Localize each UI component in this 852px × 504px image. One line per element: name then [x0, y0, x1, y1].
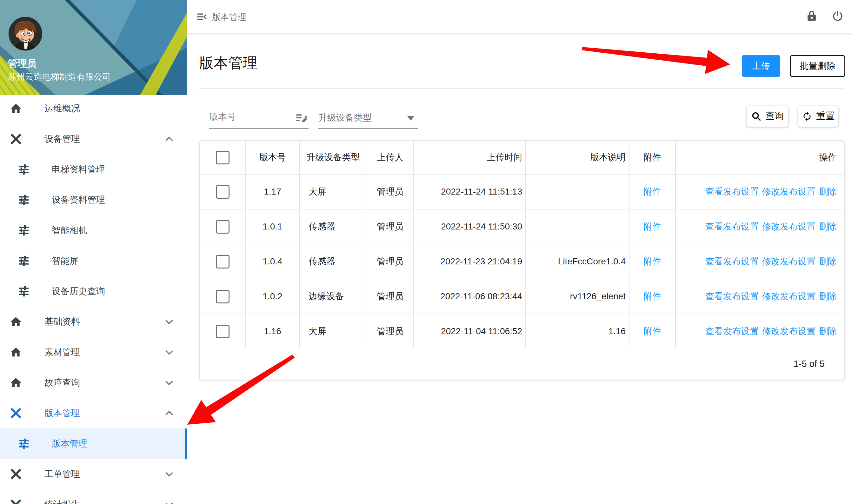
delete-link[interactable]: 删除	[819, 325, 837, 337]
cell-version-note: LiteFccCore1.0.4	[526, 245, 630, 279]
chevron-up-icon	[164, 408, 175, 419]
topbar-title: 版本管理	[212, 12, 246, 23]
sidebar-item[interactable]: 工单管理	[0, 459, 187, 489]
version-input[interactable]	[209, 112, 292, 122]
upload-button[interactable]: 上传	[742, 55, 780, 77]
sidebar-item[interactable]: 故障查询	[0, 367, 187, 398]
row-checkbox[interactable]	[216, 325, 230, 338]
tune-icon	[18, 438, 30, 450]
sidebar-item-label: 运维概况	[44, 103, 80, 114]
sidebar-item-label: 设备历史查询	[52, 285, 105, 298]
table-row: 1.17大屏管理员2022-11-24 11:51:13 附件查看发布设置修改发…	[200, 175, 845, 210]
sidebar-item-label: 素材管理	[44, 346, 80, 358]
sidebar-item-label: 电梯资料管理	[52, 163, 105, 176]
modify-release-settings-link[interactable]: 修改发布设置	[762, 255, 815, 268]
main-content: 版本管理 上传 批量删除 升级设备类型 查询 重置 版本号升级设备类型上传人上传…	[187, 33, 852, 504]
menu-fold-button[interactable]	[196, 11, 208, 23]
delete-link[interactable]: 删除	[819, 255, 837, 268]
modify-release-settings-link[interactable]: 修改发布设置	[762, 325, 815, 337]
cell-upload-time: 2022-11-24 11:51:13	[414, 175, 526, 210]
chevron-up-icon	[164, 133, 175, 144]
cell-uploader: 管理员	[367, 314, 414, 349]
table-body: 1.17大屏管理员2022-11-24 11:51:13 附件查看发布设置修改发…	[200, 175, 845, 349]
search-icon	[751, 111, 762, 122]
row-checkbox[interactable]	[216, 290, 230, 303]
cell-upload-time: 2022-11-23 21:04:19	[414, 245, 526, 279]
tune-icon	[18, 285, 30, 298]
cell-version: 1.17	[246, 175, 300, 210]
sidebar-item[interactable]: 统计报告	[0, 489, 187, 504]
cell-version: 1.0.4	[246, 245, 300, 279]
home-icon	[10, 102, 22, 115]
attachment-link[interactable]: 附件	[643, 186, 661, 198]
power-button[interactable]	[832, 10, 844, 22]
row-checkbox[interactable]	[216, 185, 230, 199]
delete-link[interactable]: 删除	[819, 290, 837, 303]
attachment-link[interactable]: 附件	[643, 290, 661, 303]
tools-icon	[10, 133, 22, 145]
attachment-link[interactable]: 附件	[643, 325, 661, 337]
table-footer: 1-5 of 5	[200, 348, 845, 380]
home-icon	[10, 346, 22, 359]
sidebar-item[interactable]: 电梯资料管理	[0, 154, 187, 185]
sidebar-item[interactable]: 版本管理	[0, 398, 187, 429]
sidebar-item-label: 故障查询	[44, 377, 80, 389]
tune-icon	[18, 194, 30, 206]
version-table: 版本号升级设备类型上传人上传时间版本说明附件操作 1.17大屏管理员2022-1…	[199, 140, 845, 380]
cell-version: 1.0.1	[246, 210, 300, 245]
tools-icon	[10, 498, 22, 504]
sidebar-item-label: 工单管理	[44, 468, 80, 480]
cell-version-note: rv1126_elenet	[526, 279, 630, 314]
view-release-settings-link[interactable]: 查看发布设置	[705, 290, 759, 303]
sidebar-item[interactable]: 版本管理	[0, 429, 187, 459]
sidebar-item[interactable]: 设备管理	[0, 124, 187, 154]
attachment-link[interactable]: 附件	[643, 255, 661, 268]
sidebar-item[interactable]: 设备资料管理	[0, 185, 187, 215]
search-button[interactable]: 查询	[747, 106, 788, 127]
sidebar-item[interactable]: 素材管理	[0, 337, 187, 367]
cell-version: 1.0.2	[246, 279, 300, 314]
row-checkbox[interactable]	[216, 220, 230, 234]
select-all-checkbox[interactable]	[216, 151, 230, 164]
cell-version-note	[526, 175, 630, 210]
delete-link[interactable]: 删除	[819, 220, 837, 233]
cell-uploader: 管理员	[367, 210, 414, 245]
sidebar-header: 管理员 苏州云造电梯制造有限公司	[0, 0, 187, 95]
user-name: 管理员	[8, 57, 37, 70]
modify-release-settings-link[interactable]: 修改发布设置	[762, 186, 815, 198]
row-checkbox[interactable]	[216, 255, 230, 269]
edit-list-icon	[295, 112, 308, 124]
sidebar-menu: 运维概况设备管理电梯资料管理设备资料管理智能相机智能屏设备历史查询基础资料素材管…	[0, 93, 187, 504]
cell-actions: 查看发布设置修改发布设置删除	[676, 245, 845, 279]
sidebar-item-label: 统计报告	[44, 499, 80, 504]
sidebar-item-label: 版本管理	[44, 407, 80, 419]
sidebar-item-label: 智能屏	[52, 255, 78, 267]
tune-icon	[18, 255, 30, 267]
view-release-settings-link[interactable]: 查看发布设置	[705, 220, 759, 233]
checkbox-cell	[200, 245, 246, 279]
view-release-settings-link[interactable]: 查看发布设置	[705, 255, 759, 268]
cell-uploader: 管理员	[367, 175, 414, 210]
attachment-link[interactable]: 附件	[643, 220, 661, 233]
modify-release-settings-link[interactable]: 修改发布设置	[762, 290, 815, 303]
view-release-settings-link[interactable]: 查看发布设置	[705, 186, 759, 198]
page-title: 版本管理	[199, 53, 257, 73]
view-release-settings-link[interactable]: 查看发布设置	[705, 325, 759, 337]
tools-icon	[10, 407, 22, 419]
batch-delete-button[interactable]: 批量删除	[790, 55, 845, 77]
sidebar-item[interactable]: 设备历史查询	[0, 276, 187, 307]
delete-link[interactable]: 删除	[819, 186, 837, 198]
device-type-select[interactable]: 升级设备类型	[319, 109, 418, 129]
tune-icon	[18, 163, 30, 176]
cell-attachment: 附件	[630, 210, 676, 245]
lock-button[interactable]	[806, 10, 818, 22]
header-divider	[199, 88, 844, 89]
sidebar-item[interactable]: 智能相机	[0, 215, 187, 246]
cell-upload-time: 2022-11-24 11:50:30	[414, 210, 526, 245]
sidebar-item[interactable]: 智能屏	[0, 246, 187, 276]
sidebar-item[interactable]: 基础资料	[0, 307, 187, 337]
table-row: 1.0.2边缘设备管理员2022-11-06 08:23:44rv1126_el…	[200, 279, 845, 314]
reset-button[interactable]: 重置	[798, 106, 838, 127]
sidebar-item[interactable]: 运维概况	[0, 93, 187, 124]
modify-release-settings-link[interactable]: 修改发布设置	[762, 220, 815, 233]
